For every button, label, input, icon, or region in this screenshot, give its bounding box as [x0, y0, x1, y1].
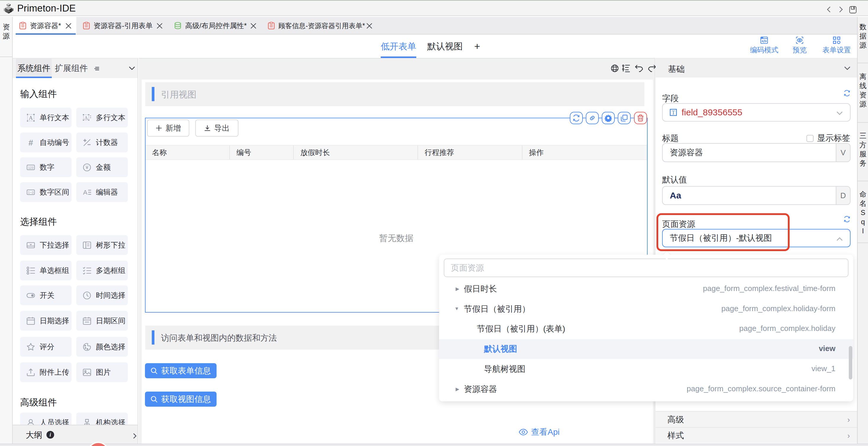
svg-text:T: T [672, 110, 675, 116]
svg-text:1~3: 1~3 [28, 190, 34, 194]
svg-text:A: A [83, 189, 88, 196]
svg-text:¥: ¥ [85, 164, 89, 170]
svg-text:123: 123 [28, 166, 33, 169]
svg-text:A: A [84, 115, 88, 120]
svg-text:A: A [29, 115, 33, 121]
svg-text:#: # [28, 138, 33, 147]
